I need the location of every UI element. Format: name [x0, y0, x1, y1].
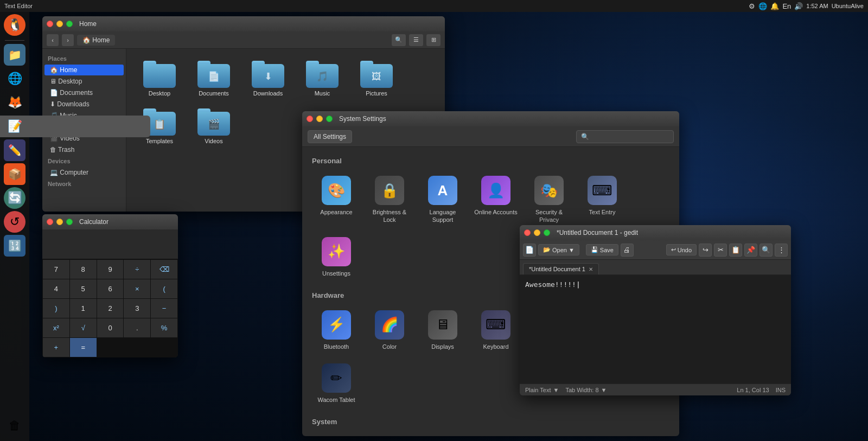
notification-icon[interactable]: 🔔 — [770, 2, 779, 10]
all-settings-btn[interactable]: All Settings — [308, 130, 352, 143]
calc-btn-2[interactable]: 2 — [97, 299, 124, 318]
backups-setting[interactable]: 💾 Backups — [312, 432, 361, 436]
calc-btn-9[interactable]: 9 — [97, 260, 124, 279]
files-dock-icon[interactable]: 📁 — [4, 44, 25, 66]
volume-icon[interactable]: 🔊 — [794, 2, 803, 10]
toggle-dock-icon[interactable]: 🔄 — [4, 187, 25, 209]
ubuntu-logo-icon[interactable]: 🐧 — [4, 14, 25, 36]
calc-btn-4[interactable]: 4 — [43, 279, 69, 298]
gedit-close-btn[interactable] — [524, 229, 531, 236]
fm-folder-downloads[interactable]: ⬇ Downloads — [244, 57, 292, 100]
fm-sidebar-documents[interactable]: 📄 Documents — [44, 87, 124, 98]
fm-folder-videos[interactable]: 🎬 Videos — [189, 105, 238, 148]
calc-btn-equals[interactable]: = — [70, 338, 97, 357]
gedit-minimize-btn[interactable] — [534, 229, 540, 236]
calc-btn-open-paren[interactable]: ( — [151, 279, 177, 298]
calc-btn-percent[interactable]: % — [151, 318, 177, 337]
gedit-format-item[interactable]: Plain Text ▼ — [525, 387, 559, 393]
color-setting[interactable]: 🌈 Color — [365, 306, 414, 355]
fm-grid-view-btn[interactable]: ⊞ — [426, 34, 441, 46]
calc-dock-icon[interactable]: 🔢 — [4, 235, 25, 257]
trash-dock-icon[interactable]: 🗑 — [4, 415, 25, 437]
calc-btn-7[interactable]: 7 — [43, 260, 69, 279]
file-manager-minimize-btn[interactable] — [56, 21, 63, 27]
fm-back-btn[interactable]: ‹ — [47, 34, 59, 46]
landscape-setting[interactable]: 🌸 Landscape Service — [418, 432, 467, 436]
fm-forward-btn[interactable]: › — [62, 34, 74, 46]
keyboard-layout-indicator[interactable]: En — [782, 2, 791, 10]
calc-btn-backspace[interactable]: ⌫ — [151, 260, 177, 279]
gedit-maximize-btn[interactable] — [544, 229, 550, 236]
gedit-print-btn[interactable]: 🖨 — [621, 244, 634, 257]
fm-list-view-btn[interactable]: ☰ — [409, 34, 423, 46]
calc-btn-1[interactable]: 1 — [70, 299, 97, 318]
software-setting[interactable]: 📦 Software & Updates — [471, 432, 520, 436]
file-manager-maximize-btn[interactable] — [66, 21, 73, 27]
calc-btn-dot[interactable]: . — [124, 318, 150, 337]
gedit-tabwidth-item[interactable]: Tab Width: 8 ▼ — [565, 387, 607, 393]
calc-btn-5[interactable]: 5 — [70, 279, 97, 298]
firefox-dock-icon[interactable]: 🦊 — [4, 92, 25, 113]
fm-folder-music[interactable]: 🎵 Music — [298, 57, 347, 100]
fm-sidebar-desktop[interactable]: 🖥 Desktop — [44, 76, 124, 87]
calc-btn-divide[interactable]: ÷ — [124, 260, 150, 279]
bluetooth-setting[interactable]: ⚡ Bluetooth — [312, 306, 361, 355]
fm-folder-documents[interactable]: 📄 Documents — [189, 57, 238, 100]
calc-btn-square[interactable]: x² — [43, 318, 69, 337]
calc-btn-6[interactable]: 6 — [97, 279, 124, 298]
calc-btn-sqrt[interactable]: √ — [70, 318, 97, 337]
fm-sidebar-trash[interactable]: 🗑 Trash — [44, 144, 124, 155]
gedit-tab-close-btn[interactable]: ✕ — [589, 266, 593, 272]
refresh-dock-icon[interactable]: ↺ — [4, 211, 25, 233]
security-setting[interactable]: 🎭 Security & Privacy — [525, 171, 573, 228]
gedit-dock-icon[interactable]: 📝 — [0, 116, 150, 137]
fm-folder-desktop[interactable]: Desktop — [135, 57, 184, 100]
calc-btn-3[interactable]: 3 — [124, 299, 150, 318]
language-setting[interactable]: A Language Support — [418, 171, 467, 228]
system-settings-minimize-btn[interactable] — [316, 116, 323, 122]
calculator-minimize-btn[interactable] — [56, 219, 63, 225]
calculator-close-btn[interactable] — [47, 219, 53, 225]
settings-search-input[interactable] — [576, 130, 674, 143]
online-accounts-setting[interactable]: 👤 Online Accounts — [471, 171, 520, 228]
pencil-dock-icon[interactable]: ✏️ — [4, 139, 25, 161]
wacom-setting[interactable]: ✏ Wacom Tablet — [312, 359, 361, 408]
system-settings-close-btn[interactable] — [307, 116, 313, 122]
chrome-dock-icon[interactable]: 🌐 — [4, 68, 25, 90]
calc-btn-subtract[interactable]: − — [151, 299, 177, 318]
gedit-cut-btn[interactable]: ✂ — [714, 244, 727, 257]
calc-btn-add[interactable]: + — [43, 338, 69, 357]
fm-sidebar-computer[interactable]: 💻 Computer — [44, 167, 124, 178]
brightness-setting[interactable]: 🔒 Brightness & Lock — [365, 171, 414, 228]
details-setting[interactable]: ⚙️ Details — [365, 432, 414, 436]
settings-indicator-icon[interactable]: ⚙ — [749, 2, 755, 10]
unsettings-setting[interactable]: ✨ Unsettings — [312, 233, 361, 282]
gedit-paste-btn[interactable]: 📌 — [744, 244, 757, 257]
fm-search-btn[interactable]: 🔍 — [392, 34, 406, 46]
gedit-extra-btn[interactable]: ⋮ — [775, 244, 788, 257]
displays-setting[interactable]: 🖥 Displays — [418, 306, 467, 355]
gedit-open-btn[interactable]: 📂 Open ▼ — [538, 244, 579, 255]
calc-btn-8[interactable]: 8 — [70, 260, 97, 279]
fm-sidebar-downloads[interactable]: ⬇ Downloads — [44, 99, 124, 110]
gedit-tab-1[interactable]: *Untitled Document 1 ✕ — [523, 263, 599, 274]
fm-folder-pictures[interactable]: 🖼 Pictures — [352, 57, 401, 100]
keyboard-setting[interactable]: ⌨ Keyboard — [471, 306, 520, 355]
calc-btn-multiply[interactable]: × — [124, 279, 150, 298]
fm-sidebar-home[interactable]: 🏠 Home — [44, 65, 124, 75]
gedit-find-btn[interactable]: 🔍 — [760, 244, 773, 257]
file-manager-close-btn[interactable] — [47, 21, 53, 27]
appearance-setting[interactable]: 🎨 Appearance — [312, 171, 361, 228]
gedit-editor[interactable]: Awesome!!!!! — [520, 275, 791, 384]
calculator-maximize-btn[interactable] — [66, 219, 73, 225]
system-settings-maximize-btn[interactable] — [326, 116, 333, 122]
store-dock-icon[interactable]: 📦 — [4, 163, 25, 185]
gedit-copy-btn[interactable]: 📋 — [729, 244, 742, 257]
calc-btn-close-paren[interactable]: ) — [43, 299, 69, 318]
fm-location-bar[interactable]: 🏠 Home — [77, 35, 115, 46]
text-entry-setting[interactable]: ⌨ Text Entry — [578, 171, 627, 228]
gedit-undo-btn[interactable]: ↩ Undo — [666, 244, 697, 255]
calc-btn-0[interactable]: 0 — [97, 318, 124, 337]
gedit-save-btn[interactable]: 💾 Save — [586, 244, 618, 255]
gedit-new-btn[interactable]: 📄 — [523, 244, 536, 257]
